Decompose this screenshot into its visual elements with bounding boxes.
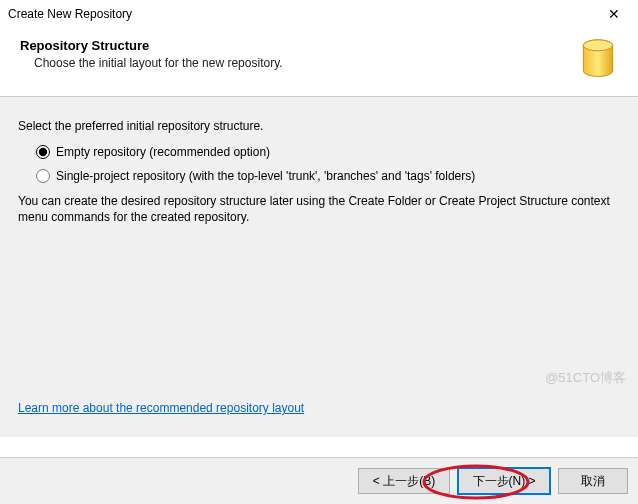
structure-prompt: Select the preferred initial repository …	[18, 119, 620, 133]
back-button[interactable]: < 上一步(B)	[358, 468, 450, 494]
next-button[interactable]: 下一步(N) >	[458, 468, 550, 494]
window-title: Create New Repository	[8, 7, 132, 21]
database-icon	[578, 38, 618, 82]
wizard-content: Select the preferred initial repository …	[0, 97, 638, 437]
radio-empty-repository[interactable]: Empty repository (recommended option)	[36, 145, 620, 159]
close-icon[interactable]: ✕	[598, 6, 630, 22]
radio-single-input[interactable]	[36, 169, 50, 183]
cancel-button[interactable]: 取消	[558, 468, 628, 494]
wizard-header: Repository Structure Choose the initial …	[0, 28, 638, 97]
window-titlebar: Create New Repository ✕	[0, 0, 638, 28]
learn-more-link[interactable]: Learn more about the recommended reposit…	[18, 401, 304, 415]
radio-empty-input[interactable]	[36, 145, 50, 159]
header-subheading: Choose the initial layout for the new re…	[34, 56, 283, 70]
svg-point-1	[583, 40, 612, 51]
structure-note: You can create the desired repository st…	[18, 193, 620, 225]
watermark-text: @51CTO博客	[545, 369, 626, 387]
header-heading: Repository Structure	[20, 38, 283, 53]
radio-empty-label: Empty repository (recommended option)	[56, 145, 270, 159]
radio-single-label: Single-project repository (with the top-…	[56, 169, 475, 183]
structure-radio-group: Empty repository (recommended option) Si…	[36, 145, 620, 183]
header-text: Repository Structure Choose the initial …	[20, 38, 283, 70]
wizard-footer: < 上一步(B) 下一步(N) > 取消	[0, 457, 638, 504]
radio-single-project[interactable]: Single-project repository (with the top-…	[36, 169, 620, 183]
